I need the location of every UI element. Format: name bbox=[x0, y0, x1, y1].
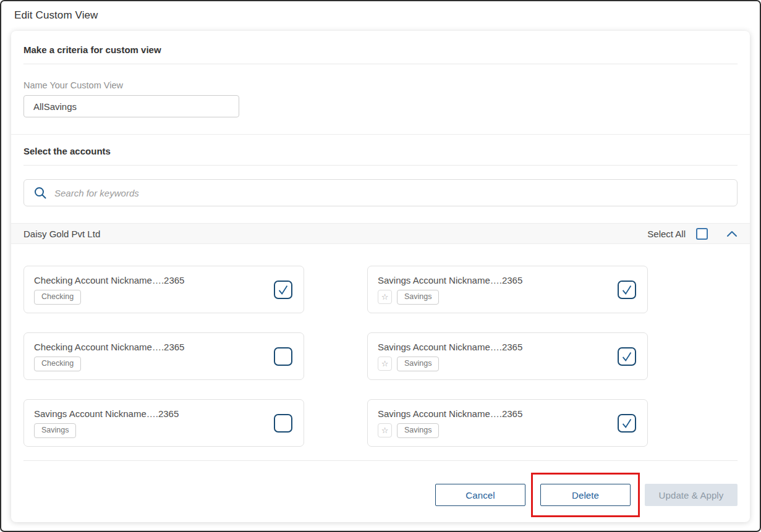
account-card[interactable]: Checking Account Nickname….2365 ☆ Checki… bbox=[23, 266, 304, 313]
account-checkbox[interactable] bbox=[618, 281, 636, 299]
account-info: Checking Account Nickname….2365 ☆ Checki… bbox=[34, 342, 184, 371]
account-info: Savings Account Nickname….2365 ☆ Savings bbox=[34, 408, 179, 438]
divider bbox=[23, 165, 738, 166]
page-title: Edit Custom View bbox=[1, 1, 760, 22]
search-icon bbox=[33, 186, 47, 200]
account-title: Checking Account Nickname….2365 bbox=[34, 342, 184, 352]
custom-view-name-label: Name Your Custom View bbox=[23, 80, 738, 90]
account-info: Savings Account Nickname….2365 ☆ Savings bbox=[378, 342, 522, 371]
account-tags: ☆ Savings bbox=[378, 290, 522, 305]
account-title: Savings Account Nickname….2365 bbox=[378, 408, 522, 419]
account-card[interactable]: Savings Account Nickname….2365 ☆ Savings bbox=[23, 399, 304, 447]
custom-view-name-input[interactable] bbox=[23, 95, 239, 117]
account-checkbox[interactable] bbox=[274, 414, 292, 433]
edit-custom-view-modal: Edit Custom View Make a criteria for cus… bbox=[0, 0, 761, 532]
accounts-heading: Select the accounts bbox=[23, 146, 738, 156]
divider bbox=[23, 64, 738, 64]
account-tags: ☆ Savings bbox=[378, 357, 522, 371]
account-info: Savings Account Nickname….2365 ☆ Savings bbox=[378, 408, 522, 438]
check-icon bbox=[620, 283, 634, 297]
criteria-section: Make a criteria for custom view Name You… bbox=[11, 31, 750, 134]
account-checkbox[interactable] bbox=[274, 347, 292, 366]
favorite-star-icon: ☆ bbox=[378, 290, 392, 304]
account-tags: ☆ Checking bbox=[34, 290, 184, 305]
select-all-label: Select All bbox=[647, 229, 686, 239]
account-info: Savings Account Nickname….2365 ☆ Savings bbox=[378, 275, 522, 305]
account-type-badge: Checking bbox=[34, 357, 81, 371]
account-checkbox[interactable] bbox=[618, 347, 636, 366]
account-tags: ☆ Savings bbox=[378, 423, 522, 438]
account-type-badge: Checking bbox=[34, 290, 81, 305]
account-title: Checking Account Nickname….2365 bbox=[34, 275, 184, 285]
favorite-star-icon: ☆ bbox=[378, 423, 392, 437]
search-input[interactable] bbox=[54, 188, 728, 198]
group-controls: Select All bbox=[647, 228, 738, 240]
update-apply-button[interactable]: Update & Apply bbox=[645, 484, 738, 506]
account-card[interactable]: Savings Account Nickname….2365 ☆ Savings bbox=[367, 332, 648, 380]
account-tags: ☆ Checking bbox=[34, 357, 184, 371]
annotation-delete-highlight: Delete bbox=[531, 473, 640, 517]
chevron-up-icon[interactable] bbox=[726, 230, 738, 237]
account-checkbox[interactable] bbox=[618, 414, 636, 433]
account-type-badge: Savings bbox=[397, 290, 439, 305]
select-all-checkbox[interactable] bbox=[696, 228, 708, 240]
account-title: Savings Account Nickname….2365 bbox=[378, 275, 522, 285]
check-icon bbox=[620, 416, 634, 430]
check-icon bbox=[620, 350, 634, 363]
account-grid: Checking Account Nickname….2365 ☆ Checki… bbox=[23, 266, 738, 447]
footer-actions: Cancel Delete Update & Apply bbox=[23, 461, 738, 521]
account-title: Savings Account Nickname….2365 bbox=[378, 342, 522, 352]
account-card[interactable]: Checking Account Nickname….2365 ☆ Checki… bbox=[23, 332, 304, 380]
account-type-badge: Savings bbox=[34, 423, 76, 438]
account-checkbox[interactable] bbox=[274, 281, 292, 299]
search-bar[interactable] bbox=[23, 179, 738, 206]
criteria-heading: Make a criteria for custom view bbox=[23, 44, 738, 55]
cancel-button[interactable]: Cancel bbox=[435, 484, 525, 506]
delete-button[interactable]: Delete bbox=[540, 484, 631, 506]
account-title: Savings Account Nickname….2365 bbox=[34, 408, 179, 419]
account-card[interactable]: Savings Account Nickname….2365 ☆ Savings bbox=[367, 399, 648, 447]
check-icon bbox=[276, 283, 290, 297]
account-info: Checking Account Nickname….2365 ☆ Checki… bbox=[34, 275, 184, 305]
modal-card: Make a criteria for custom view Name You… bbox=[11, 31, 750, 522]
favorite-star-icon: ☆ bbox=[378, 357, 392, 371]
account-type-badge: Savings bbox=[397, 423, 439, 438]
group-name: Daisy Gold Pvt Ltd bbox=[23, 229, 100, 239]
account-type-badge: Savings bbox=[397, 357, 439, 371]
account-card[interactable]: Savings Account Nickname….2365 ☆ Savings bbox=[367, 266, 648, 313]
account-tags: ☆ Savings bbox=[34, 423, 179, 438]
account-group-header: Daisy Gold Pvt Ltd Select All bbox=[11, 223, 750, 244]
accounts-section: Select the accounts Daisy Gold Pvt Ltd S… bbox=[11, 135, 750, 521]
